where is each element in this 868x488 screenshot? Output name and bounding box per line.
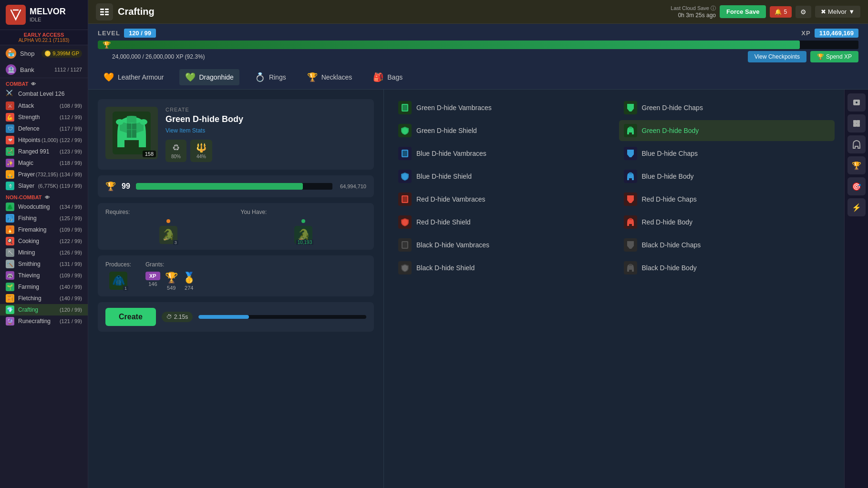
tab-bags[interactable]: 🎒 Bags (367, 69, 408, 85)
combat-level-label: Combat Level 126 (18, 91, 64, 97)
list-item[interactable]: Green D-hide Chaps (619, 97, 835, 118)
sidebar-item-farming[interactable]: 🌱 Farming (140 / 99) (0, 281, 88, 293)
sidebar-item-crafting[interactable]: 💎 Crafting (120 / 99) (0, 304, 88, 315)
view-checkpoints-button[interactable]: View Checkpoints (748, 51, 806, 62)
list-item[interactable]: Red D-hide Body (619, 212, 835, 233)
list-item[interactable]: Black D-hide Shield (393, 257, 610, 278)
crafting-level: (120 / 99) (60, 307, 82, 313)
settings-icon: ⚙ (800, 8, 806, 16)
list-item[interactable]: Black D-hide Vambraces (393, 234, 610, 255)
craft-level-progress-bar (136, 183, 332, 190)
notification-button[interactable]: 🔔 5 (770, 6, 792, 18)
combat-section-header: COMBAT 👁 (0, 78, 88, 88)
crafting-label: Crafting (18, 306, 60, 313)
profile-button[interactable]: ✖ Melvor ▼ (815, 6, 860, 18)
right-icon-1[interactable] (847, 93, 866, 112)
craft-action-recycle[interactable]: ♻ 80% (165, 140, 186, 162)
leather-armour-icon: 🧡 (103, 72, 114, 82)
non-combat-visibility-toggle[interactable]: 👁 (45, 195, 50, 200)
craft-action-preserve[interactable]: 🔱 44% (190, 140, 212, 162)
right-icon-3[interactable] (847, 135, 866, 153)
target-icon: 🎯 (852, 182, 861, 191)
runecrafting-icon: 🔮 (6, 317, 14, 325)
main-content: Crafting Last Cloud Save ⓘ 0h 3m 25s ago… (88, 0, 868, 488)
sidebar-item-woodcutting[interactable]: 🌲 Woodcutting (134 / 99) (0, 201, 88, 213)
level-label: LEVEL (98, 30, 120, 37)
bags-icon: 🎒 (373, 72, 383, 82)
tab-rings[interactable]: 💍 Rings (249, 69, 292, 85)
sidebar-item-prayer[interactable]: 🙏 Prayer (732,195) (134 / 99) (0, 169, 88, 180)
grants-label: Grants: (145, 261, 196, 268)
magic-icon: ✨ (6, 159, 14, 167)
right-icon-6[interactable]: ⚡ (847, 198, 866, 216)
sidebar-item-shop[interactable]: 🏪 Shop 🪙 9,399M GP (0, 45, 88, 61)
spend-xp-button[interactable]: 🏆 Spend XP (810, 51, 858, 62)
list-item[interactable]: Red D-hide Chaps (619, 189, 835, 210)
spend-xp-trophy-icon: 🏆 (817, 53, 824, 60)
list-item[interactable]: Red D-hide Shield (393, 212, 610, 233)
sidebar-item-attack[interactable]: ⚔ Attack (108 / 99) (0, 100, 88, 112)
sidebar-item-cooking[interactable]: 🍳 Cooking (122 / 99) (0, 235, 88, 247)
list-item[interactable]: Red D-hide Vambraces (393, 189, 610, 210)
sidebar-combat-level[interactable]: ⚔️ Combat Level 126 (0, 88, 88, 100)
rings-icon: 💍 (255, 72, 265, 82)
list-item[interactable]: Black D-hide Body (619, 257, 835, 278)
combat-visibility-toggle[interactable]: 👁 (31, 81, 36, 87)
settings-button[interactable]: ⚙ (796, 6, 811, 18)
sidebar-item-firemaking[interactable]: 🔥 Firemaking (109 / 99) (0, 224, 88, 235)
xp-label: XP (801, 30, 810, 37)
ranged-level: (123 / 99) (60, 149, 82, 154)
profile-name: Melvor (828, 8, 847, 15)
sidebar-item-defence[interactable]: 🛡 Defence (117 / 99) (0, 123, 88, 134)
tab-dragonhide[interactable]: 💚 Dragonhide (179, 69, 239, 85)
sidebar-item-magic[interactable]: ✨ Magic (118 / 99) (0, 157, 88, 169)
right-icon-5[interactable]: 🎯 (847, 177, 866, 195)
create-button[interactable]: Create (105, 308, 156, 326)
list-item[interactable]: Blue D-hide Shield (393, 166, 610, 187)
strength-label: Strength (18, 114, 60, 121)
item-name: Green D-hide Chaps (642, 104, 703, 112)
thieving-icon: 🦝 (6, 271, 14, 280)
tab-leather-armour[interactable]: 🧡 Leather Armour (98, 69, 170, 85)
sidebar-item-bank[interactable]: 🏦 Bank 1112 / 1127 (0, 61, 88, 78)
profile-icon: ✖ (821, 8, 826, 15)
woodcutting-label: Woodcutting (18, 203, 60, 210)
list-item[interactable]: Green D-hide Vambraces (393, 97, 610, 118)
tab-necklaces[interactable]: 🏆 Necklaces (301, 69, 358, 85)
svg-rect-5 (100, 14, 104, 15)
sidebar-item-slayer[interactable]: 🗡 Slayer (6,775K) (119 / 99) (0, 180, 88, 192)
mining-label: Mining (18, 249, 60, 256)
ranged-icon: 🏹 (6, 147, 14, 156)
list-item[interactable]: Green D-hide Shield (393, 120, 610, 141)
leather-armour-label: Leather Armour (118, 73, 164, 81)
view-item-stats-link[interactable]: View Item Stats (165, 127, 366, 134)
right-icon-2[interactable] (847, 114, 866, 132)
sidebar-item-mining[interactable]: ⛏ Mining (126 / 99) (0, 247, 88, 258)
main-row: 158 CREATE Green D-hide Body View Item S… (88, 90, 868, 488)
produces-col: Produces: 🧥 1 (105, 261, 131, 291)
fletching-icon: 🏹 (6, 294, 14, 303)
sidebar-item-ranged[interactable]: 🏹 Ranged 991 (123 / 99) (0, 146, 88, 157)
sidebar-item-fishing[interactable]: 🎣 Fishing (125 / 99) (0, 213, 88, 224)
sidebar-item-smithing[interactable]: 🔨 Smithing (131 / 99) (0, 258, 88, 270)
right-icon-4[interactable]: 🏆 (847, 156, 866, 174)
topbar: Crafting Last Cloud Save ⓘ 0h 3m 25s ago… (88, 0, 868, 24)
item-list: Green D-hide Vambraces Green D-hide Chap… (384, 90, 844, 488)
sidebar-item-strength[interactable]: 💪 Strength (112 / 99) (0, 112, 88, 123)
sidebar-item-thieving[interactable]: 🦝 Thieving (109 / 99) (0, 270, 88, 281)
crafting-icon: 💎 (6, 305, 14, 314)
list-item[interactable]: Green D-hide Body (619, 120, 835, 141)
list-item[interactable]: Black D-hide Chaps (619, 234, 835, 255)
shop-icon: 🏪 (6, 48, 16, 59)
list-item[interactable]: Blue D-hide Body (619, 166, 835, 187)
sidebar-item-fletching[interactable]: 🏹 Fletching (140 / 99) (0, 293, 88, 304)
craft-card: 158 CREATE Green D-hide Body View Item S… (98, 99, 374, 170)
svg-point-21 (856, 102, 858, 103)
list-item[interactable]: Blue D-hide Chaps (619, 143, 835, 164)
sidebar-item-hitpoints[interactable]: ❤ Hitpoints (1,000) (122 / 99) (0, 134, 88, 146)
sidebar-item-runecrafting[interactable]: 🔮 Runecrafting (121 / 99) (0, 315, 88, 327)
fishing-label: Fishing (18, 215, 60, 222)
attack-label: Attack (18, 102, 60, 109)
force-save-button[interactable]: Force Save (720, 5, 766, 18)
list-item[interactable]: Blue D-hide Vambraces (393, 143, 610, 164)
